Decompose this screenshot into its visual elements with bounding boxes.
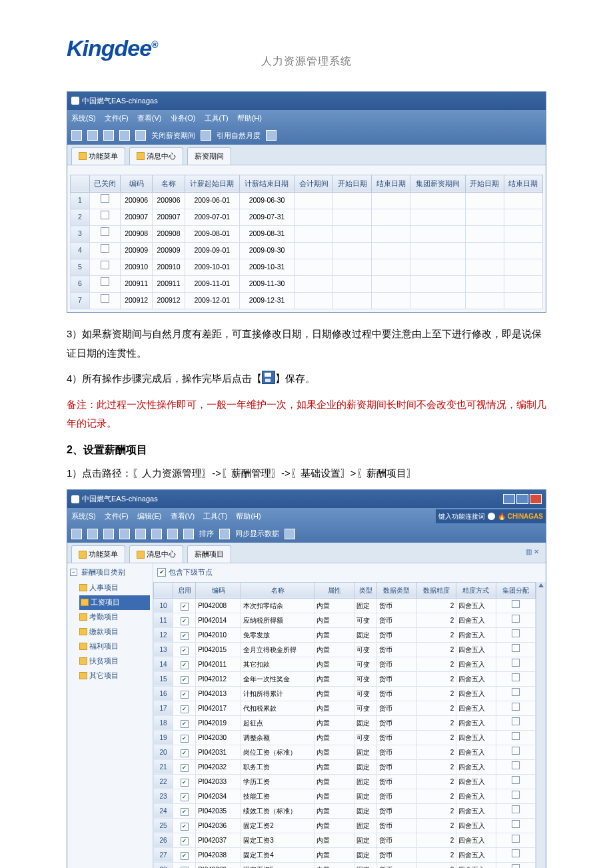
menu-tools[interactable]: 工具(T) [205, 114, 229, 122]
group-checkbox[interactable] [512, 776, 520, 784]
use-natural-month-button[interactable]: 引用自然月度 [217, 129, 261, 143]
enable-checkbox[interactable]: ✔ [181, 632, 189, 640]
tree-item[interactable]: 其它项目 [79, 669, 150, 683]
table-row[interactable]: 10✔PI042008本次扣零结余内置固定货币2四舍五入 [154, 598, 536, 613]
table-row[interactable]: 62009112009112009-11-012009-11-30 [71, 276, 543, 293]
tool-icon[interactable] [71, 130, 82, 141]
table-row[interactable]: 17✔PI042017代扣税累款内置可变货币2四舍五入 [154, 701, 536, 715]
tool-icon[interactable] [151, 529, 162, 539]
menu-business[interactable]: 业务(O) [171, 114, 196, 122]
tab-msg-center[interactable]: 消息中心 [129, 545, 183, 563]
menu-bar[interactable]: 系统(S) 文件(F) 编辑(E) 查看(V) 工具(T) 帮助(H) [67, 508, 272, 525]
column-header[interactable]: 类型 [354, 582, 376, 598]
menu-view[interactable]: 查看(V) [137, 114, 162, 122]
group-checkbox[interactable] [512, 732, 520, 740]
table-row[interactable]: 25✔PI042036固定工资2内置固定货币2四舍五入 [154, 818, 536, 833]
enable-checkbox[interactable]: ✔ [181, 808, 189, 816]
column-header[interactable]: 开始日期 [333, 175, 372, 193]
tab-payroll-item[interactable]: 薪酬项目 [187, 545, 231, 563]
column-header[interactable]: 数据精度 [416, 582, 456, 598]
minimize-button[interactable] [503, 494, 515, 504]
table-row[interactable]: 13✔PI042015全月立得税金所得内置可变货币2四舍五入 [154, 642, 536, 657]
column-header[interactable] [154, 582, 173, 598]
tab-function-menu[interactable]: 功能菜单 [71, 147, 125, 165]
enable-checkbox[interactable]: ✔ [181, 764, 189, 772]
group-checkbox[interactable] [512, 659, 520, 667]
menu-edit[interactable]: 编辑(E) [137, 512, 162, 520]
tree-item[interactable]: 福利项目 [79, 639, 150, 654]
search-icon[interactable] [488, 513, 495, 520]
table-row[interactable]: 24✔PI042035绩效工资（标准）内置固定货币2四舍五入 [154, 803, 536, 818]
tree-collapse-icon[interactable]: − [70, 569, 77, 576]
column-header[interactable]: 启用 [173, 582, 196, 598]
enable-checkbox[interactable]: ✔ [181, 793, 189, 801]
enable-checkbox[interactable]: ✔ [181, 720, 189, 728]
checkbox[interactable] [101, 227, 109, 236]
tool-icon[interactable] [87, 130, 98, 141]
column-header[interactable]: 属性 [314, 582, 354, 598]
menu-bar[interactable]: 系统(S) 文件(F) 查看(V) 业务(O) 工具(T) 帮助(H) [67, 110, 546, 127]
table-row[interactable]: 72009122009122009-12-012009-12-31 [71, 293, 543, 309]
sync-icon[interactable] [219, 529, 230, 539]
include-children-row[interactable]: ✔ 包含下级节点 [153, 563, 546, 582]
group-checkbox[interactable] [512, 820, 520, 828]
scroll-up-icon[interactable] [538, 583, 544, 587]
menu-view[interactable]: 查看(V) [171, 512, 195, 520]
tree-item[interactable]: 工资项目 [79, 595, 150, 610]
column-header[interactable]: 名称 [241, 582, 314, 598]
column-header[interactable]: 编码 [196, 582, 241, 598]
column-header[interactable]: 精度方式 [456, 582, 496, 598]
group-checkbox[interactable] [512, 835, 520, 843]
column-header[interactable]: 已关闭 [90, 175, 121, 193]
enable-checkbox[interactable]: ✔ [181, 779, 189, 787]
column-header[interactable]: 结束日期 [372, 175, 410, 193]
tree-item[interactable]: 缴款项目 [79, 625, 150, 639]
column-header[interactable]: 集团薪资期间 [410, 175, 465, 193]
tab-payroll-period[interactable]: 薪资期间 [187, 147, 231, 165]
table-row[interactable]: 21✔PI042032职务工资内置固定货币2四舍五入 [154, 759, 536, 774]
checkbox[interactable] [101, 294, 109, 303]
column-header[interactable] [71, 175, 90, 193]
tool-icon[interactable] [119, 529, 130, 539]
table-row[interactable]: 26✔PI042037固定工资3内置固定货币2四舍五入 [154, 833, 536, 847]
menu-file[interactable]: 文件(F) [105, 512, 129, 520]
column-header[interactable]: 计薪结束日期 [239, 175, 294, 193]
close-period-button[interactable]: 关闭薪资期间 [151, 129, 195, 143]
column-header[interactable]: 集团分配 [496, 582, 536, 598]
enable-checkbox[interactable]: ✔ [181, 852, 189, 860]
checkbox[interactable] [101, 244, 109, 253]
enable-checkbox[interactable]: ✔ [181, 647, 189, 655]
table-row[interactable]: 28✔PI042039固定工资5内置固定货币2四舍五入 [154, 862, 536, 868]
table-row[interactable]: 52009102009102009-10-012009-10-31 [71, 259, 543, 276]
enable-checkbox[interactable]: ✔ [181, 823, 189, 831]
enable-checkbox[interactable]: ✔ [181, 661, 189, 669]
menu-system[interactable]: 系统(S) [71, 512, 96, 520]
group-checkbox[interactable] [512, 761, 520, 769]
close-button[interactable] [530, 494, 542, 504]
maximize-button[interactable] [516, 494, 528, 504]
table-row[interactable]: 27✔PI042038固定工资4内置固定货币2四舍五入 [154, 847, 536, 862]
table-row[interactable]: 22✔PI042033学历工资内置固定货币2四舍五入 [154, 774, 536, 789]
column-header[interactable]: 开始日期 [465, 175, 504, 193]
sync-button[interactable]: 同步显示数据 [235, 527, 279, 541]
use-month-icon[interactable] [201, 130, 211, 141]
table-row[interactable]: 15✔PI042012全年一次性奖金内置可变货币2四舍五入 [154, 671, 536, 686]
tool-icon[interactable] [103, 130, 114, 141]
column-header[interactable]: 计薪起始日期 [185, 175, 239, 193]
tool-icon[interactable] [119, 130, 130, 141]
group-checkbox[interactable] [512, 717, 520, 725]
scrollbar[interactable] [536, 582, 546, 868]
group-checkbox[interactable] [512, 791, 520, 799]
column-header[interactable]: 数据类型 [377, 582, 417, 598]
group-checkbox[interactable] [512, 805, 520, 813]
table-row[interactable]: 16✔PI042013计扣所得累计内置可变货币2四舍五入 [154, 686, 536, 701]
tab-function-menu[interactable]: 功能菜单 [71, 545, 125, 563]
group-checkbox[interactable] [512, 615, 520, 623]
group-checkbox[interactable] [512, 849, 520, 857]
table-row[interactable]: 42009092009092009-09-012009-09-30 [71, 243, 543, 259]
panel-collapse-icon[interactable]: ▥ ✕ [523, 545, 542, 563]
tool-icon[interactable] [266, 130, 277, 141]
enable-checkbox[interactable]: ✔ [181, 603, 189, 611]
table-row[interactable]: 20✔PI042031岗位工资（标准）内置固定货币2四舍五入 [154, 745, 536, 759]
tool-icon[interactable] [135, 529, 146, 539]
